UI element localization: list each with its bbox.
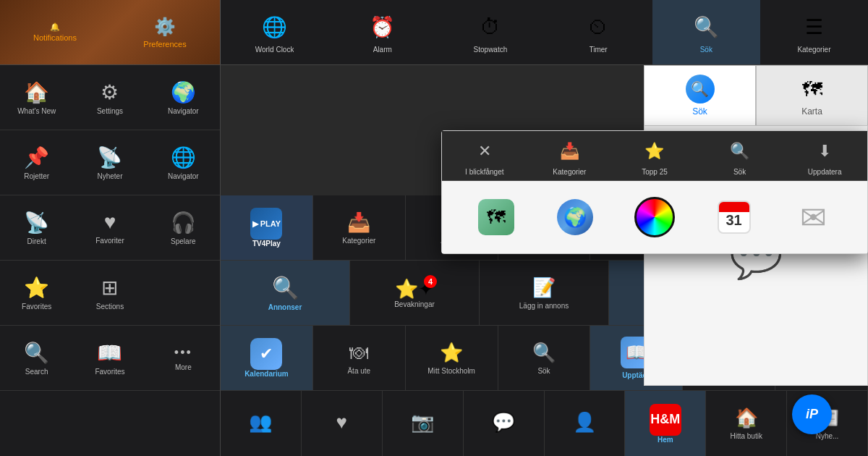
heart-row5-button[interactable]: ♥ (302, 391, 383, 456)
sidebar-navigator-2[interactable]: 🌐 Navigator (147, 130, 220, 195)
popup-calendar-icon[interactable]: 31 (705, 188, 763, 246)
preferences-button[interactable]: ⚙️ Preferences (110, 0, 220, 64)
popup-map-icon[interactable]: 🗺 (467, 188, 525, 246)
annonser-button[interactable]: 🔍 Annonser (221, 261, 350, 325)
popup-topp25[interactable]: ⭐ Topp 25 (612, 131, 697, 180)
sidebar-search[interactable]: 🔍 Search (0, 326, 73, 390)
kategorier-top-button[interactable]: ☰ Kategorier (760, 0, 868, 64)
popup-top-bar: ✕ I blickfånget 📥 Kategorier ⭐ Topp 25 🔍… (442, 131, 867, 181)
notifications-button[interactable]: 🔔 Notifications (0, 0, 110, 64)
right-panel-tabs: 🔍 Sök 🗺 Karta (644, 65, 868, 125)
world-clock-button[interactable]: 🌐 World Clock (221, 0, 328, 64)
lagg-in-button[interactable]: 📝 Lägg in annons (480, 261, 609, 325)
kategorier-content-button[interactable]: 📥 Kategorier (313, 195, 406, 260)
popup-colorwheel-icon[interactable] (626, 188, 684, 246)
people-button[interactable]: 👥 (221, 391, 302, 456)
bevakningar-button[interactable]: ⭐✦ 4 Bevakningar (350, 261, 480, 325)
bevakningar-badge: 4 (424, 275, 437, 288)
sidebar-spelare[interactable]: 🎧 Spelare (147, 195, 220, 260)
right-tab-sok[interactable]: 🔍 Sök (644, 65, 756, 125)
hem-button[interactable]: H&M Hem (625, 391, 706, 456)
ip-logo[interactable]: iP (792, 394, 832, 434)
popup-kategorier[interactable]: 📥 Kategorier (527, 131, 613, 180)
notifications-bar: 🔔 Notifications ⚙️ Preferences (0, 0, 221, 64)
content-row-5: 👥 ♥ 📷 💬 👤 (221, 391, 868, 456)
popup-overlay: ✕ I blickfånget 📥 Kategorier ⭐ Topp 25 🔍… (441, 130, 868, 254)
stopwatch-button[interactable]: ⏱ Stopwatch (436, 0, 544, 64)
popup-sok[interactable]: 🔍 Sök (697, 131, 783, 180)
sidebar-favorites[interactable]: ⭐ Favorites (0, 261, 73, 325)
screen: 🔔 Notifications ⚙️ Preferences 🌐 World C… (0, 0, 868, 456)
sok-icon: 🔍 (686, 75, 715, 104)
sidebar-direkt[interactable]: 📡 Direkt (0, 195, 73, 260)
sidebar-favorites2[interactable]: 📖 Favorites (73, 326, 146, 390)
right-tab-karta[interactable]: 🗺 Karta (756, 65, 868, 125)
hitta-butik-button[interactable]: 🏠 Hitta butik (706, 391, 787, 456)
popup-blickfanget[interactable]: ✕ I blickfånget (442, 131, 527, 180)
popup-icons-row: 🗺 🌍 31 ✉ (442, 181, 867, 253)
chat-button[interactable]: 💬 (464, 391, 545, 456)
main-area: 🏠 What's New ⚙ Settings 🌍 Navigator 📌 Ro… (0, 65, 868, 456)
camera-button[interactable]: 📷 (383, 391, 464, 456)
sidebar-settings[interactable]: ⚙ Settings (73, 65, 146, 130)
alarm-button[interactable]: ⏰ Alarm (328, 0, 436, 64)
sidebar-whats-new[interactable]: 🏠 What's New (0, 65, 73, 130)
mitt-stockholm-button[interactable]: ⭐ Mitt Stockholm (406, 326, 498, 390)
popup-uppdatera[interactable]: ⬇ Uppdatera (782, 131, 867, 180)
sidebar-row-3: 📡 Direkt ♥ Favoriter 🎧 Spelare (0, 195, 220, 261)
top-icon-strip: 🌐 World Clock ⏰ Alarm ⏱ Stopwatch ⏲ Time… (221, 0, 868, 64)
sidebar-nyheter[interactable]: 📡 Nyheter (73, 130, 146, 195)
sidebar-rojetter[interactable]: 📌 Rojetter (0, 130, 73, 195)
sidebar-row-2: 📌 Rojetter 📡 Nyheter 🌐 Navigator (0, 130, 220, 195)
sok-top-button[interactable]: 🔍 Sök (652, 0, 760, 64)
popup-globe-icon[interactable]: 🌍 (546, 188, 604, 246)
kalendarium-button[interactable]: ✔ Kalendarium (221, 326, 313, 390)
popup-mail-icon[interactable]: ✉ (784, 188, 842, 246)
karta-icon: 🗺 (798, 75, 827, 104)
ata-ute-button[interactable]: 🍽 Äta ute (313, 326, 406, 390)
tv4play-button[interactable]: ▶ PLAY TV4Play (221, 195, 313, 260)
sidebar-empty (147, 261, 220, 325)
sidebar-more[interactable]: ••• More (147, 326, 220, 390)
sidebar: 🏠 What's New ⚙ Settings 🌍 Navigator 📌 Ro… (0, 65, 221, 456)
sidebar-row-5: 🔍 Search 📖 Favorites ••• More (0, 326, 220, 391)
sidebar-favoriter[interactable]: ♥ Favoriter (73, 195, 146, 260)
sok-row4-button[interactable]: 🔍 Sök (498, 326, 591, 390)
timer-button[interactable]: ⏲ Timer (545, 0, 652, 64)
sidebar-row-4: ⭐ Favorites ⊞ Sections (0, 261, 220, 326)
content-area: ✕ I blickfånget 📥 Kategorier ⭐ Topp 25 🔍… (221, 65, 868, 456)
sidebar-sections[interactable]: ⊞ Sections (73, 261, 146, 325)
contacts-button[interactable]: 👤 (545, 391, 626, 456)
sidebar-row-1: 🏠 What's New ⚙ Settings 🌍 Navigator (0, 65, 220, 130)
sidebar-navigator-1[interactable]: 🌍 Navigator (147, 65, 220, 130)
